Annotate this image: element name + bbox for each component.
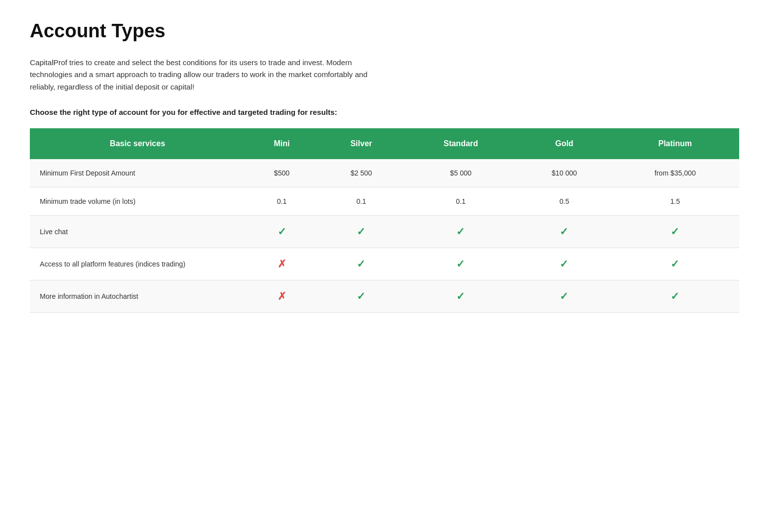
cell-row3-mini: ✗ — [245, 248, 318, 280]
col-platinum: Platinum — [611, 128, 739, 159]
cell-row1-silver: 0.1 — [318, 187, 404, 215]
check-icon: ✓ — [560, 258, 569, 269]
cell-row1-standard: 0.1 — [404, 187, 517, 215]
cell-row4-gold: ✓ — [517, 280, 611, 312]
col-gold: Gold — [517, 128, 611, 159]
cell-row3-silver: ✓ — [318, 248, 404, 280]
check-icon: ✓ — [357, 290, 366, 302]
table-row: Live chat✓✓✓✓✓ — [30, 215, 739, 248]
cell-row2-standard: ✓ — [404, 215, 517, 248]
col-standard: Standard — [404, 128, 517, 159]
cell-row1-mini: 0.1 — [245, 187, 318, 215]
check-icon: ✓ — [560, 226, 569, 237]
col-basic-services: Basic services — [30, 128, 245, 159]
cell-row3-gold: ✓ — [517, 248, 611, 280]
cell-row3-label: Access to all platform features (indices… — [30, 248, 245, 280]
account-types-table-wrap: Basic services Mini Silver Standard Gold… — [30, 128, 739, 313]
table-row: More information in Autochartist✗✓✓✓✓ — [30, 280, 739, 312]
cell-row0-standard: $5 000 — [404, 159, 517, 187]
cross-icon: ✗ — [278, 258, 287, 269]
cell-row0-mini: $500 — [245, 159, 318, 187]
cell-row1-label: Minimum trade volume (in lots) — [30, 187, 245, 215]
check-icon: ✓ — [278, 226, 287, 237]
cell-row0-gold: $10 000 — [517, 159, 611, 187]
table-row: Access to all platform features (indices… — [30, 248, 739, 280]
cell-row4-label: More information in Autochartist — [30, 280, 245, 312]
cell-row0-platinum: from $35,000 — [611, 159, 739, 187]
cell-row0-label: Minimum First Deposit Amount — [30, 159, 245, 187]
check-icon: ✓ — [671, 226, 679, 237]
tagline-text: Choose the right type of account for you… — [30, 108, 739, 116]
cell-row2-gold: ✓ — [517, 215, 611, 248]
cell-row2-mini: ✓ — [245, 215, 318, 248]
check-icon: ✓ — [357, 226, 366, 237]
cell-row3-standard: ✓ — [404, 248, 517, 280]
cell-row1-platinum: 1.5 — [611, 187, 739, 215]
check-icon: ✓ — [357, 258, 366, 269]
cell-row2-label: Live chat — [30, 215, 245, 248]
cell-row4-platinum: ✓ — [611, 280, 739, 312]
cell-row1-gold: 0.5 — [517, 187, 611, 215]
check-icon: ✓ — [456, 290, 465, 302]
check-icon: ✓ — [671, 258, 679, 269]
cell-row4-standard: ✓ — [404, 280, 517, 312]
col-silver: Silver — [318, 128, 404, 159]
cell-row4-silver: ✓ — [318, 280, 404, 312]
check-icon: ✓ — [671, 290, 679, 302]
table-header-row: Basic services Mini Silver Standard Gold… — [30, 128, 739, 159]
cross-icon: ✗ — [278, 290, 287, 302]
table-row: Minimum First Deposit Amount$500$2 500$5… — [30, 159, 739, 187]
col-mini: Mini — [245, 128, 318, 159]
cell-row2-platinum: ✓ — [611, 215, 739, 248]
table-row: Minimum trade volume (in lots)0.10.10.10… — [30, 187, 739, 215]
account-types-table: Basic services Mini Silver Standard Gold… — [30, 128, 739, 313]
check-icon: ✓ — [560, 290, 569, 302]
check-icon: ✓ — [456, 226, 465, 237]
intro-text: CapitalProf tries to create and select t… — [30, 57, 388, 93]
page-title: Account Types — [30, 20, 739, 42]
cell-row0-silver: $2 500 — [318, 159, 404, 187]
check-icon: ✓ — [456, 258, 465, 269]
cell-row4-mini: ✗ — [245, 280, 318, 312]
cell-row3-platinum: ✓ — [611, 248, 739, 280]
cell-row2-silver: ✓ — [318, 215, 404, 248]
